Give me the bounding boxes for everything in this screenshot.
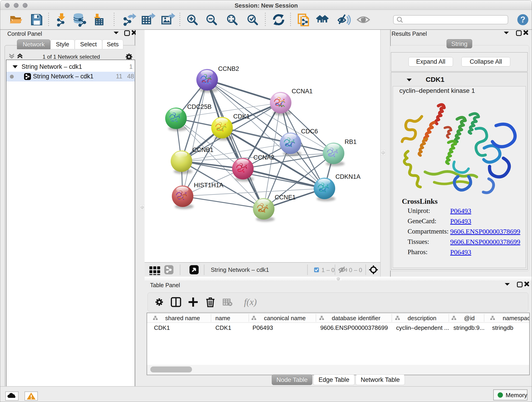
svg-text:CDC6: CDC6	[301, 128, 318, 135]
svg-text:CDK1: CDK1	[233, 113, 250, 120]
svg-text:@id: @id	[464, 315, 475, 322]
svg-text:shared name: shared name	[165, 315, 200, 322]
svg-text:CDC25B: CDC25B	[187, 103, 212, 110]
svg-text:?: ?	[520, 15, 525, 24]
svg-text:description: description	[408, 315, 437, 322]
svg-text:namespace: namespace	[503, 315, 529, 322]
svg-text:RB1: RB1	[345, 138, 357, 145]
svg-text:canonical name: canonical name	[264, 315, 306, 322]
svg-text:CCNE1: CCNE1	[275, 194, 296, 201]
svg-text:String Network – cdk1: String Network – cdk1	[211, 266, 269, 273]
svg-text:f(x): f(x)	[244, 297, 257, 307]
svg-text:CCNA1: CCNA1	[292, 88, 313, 95]
svg-text:CCNB1: CCNB1	[192, 147, 214, 153]
svg-text:name: name	[215, 315, 230, 322]
svg-text:CDKN1A: CDKN1A	[336, 173, 361, 180]
svg-text:CCNA2: CCNA2	[253, 154, 274, 161]
svg-text:CCNB2: CCNB2	[218, 65, 239, 72]
svg-text:1 – 0: 1 – 0	[322, 267, 335, 274]
svg-text:HIST1H1A: HIST1H1A	[194, 182, 223, 189]
svg-text:database identifier: database identifier	[332, 315, 380, 322]
svg-text:0 – 0: 0 – 0	[349, 267, 362, 274]
